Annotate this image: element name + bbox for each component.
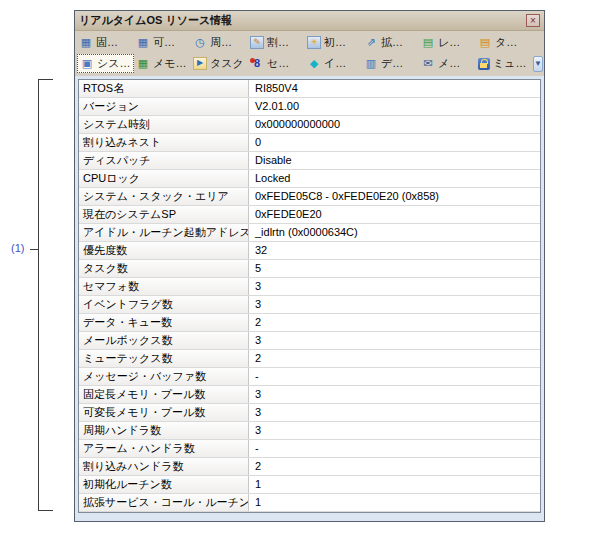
- table-row[interactable]: 初期化ルーチン数 1: [79, 476, 540, 494]
- property-label: アラーム・ハンドラ数: [79, 440, 249, 457]
- annotation-bracket: [38, 79, 53, 511]
- system-tab-button[interactable]: ▣ シス…: [77, 54, 134, 73]
- table-row[interactable]: ミューテックス数 2: [79, 350, 540, 368]
- property-value: 3: [249, 422, 540, 439]
- property-label: アイドル・ルーチン起動アドレス: [79, 224, 249, 241]
- property-value: -: [249, 440, 540, 457]
- table-row[interactable]: タスク数 5: [79, 260, 540, 278]
- property-value: 0: [249, 134, 540, 151]
- property-value: 5: [249, 260, 540, 277]
- table-row[interactable]: セマフォ数 3: [79, 278, 540, 296]
- property-value: 3: [249, 332, 540, 349]
- data-queue-icon: ▥: [364, 57, 378, 70]
- panel-titlebar[interactable]: リアルタイムOS リソース情報 ×: [75, 11, 544, 31]
- property-label: ディスパッチ: [79, 152, 249, 169]
- table-row[interactable]: メッセージ・バッファ数 -: [79, 368, 540, 386]
- button-label: デ…: [381, 56, 403, 71]
- property-label: タスク数: [79, 260, 249, 277]
- table-row[interactable]: アラーム・ハンドラ数 -: [79, 440, 540, 458]
- property-value: Disable: [249, 152, 540, 169]
- annotation-dash: [30, 249, 38, 250]
- resource-property-grid: RTOS名 RI850V4 バージョン V2.01.00 システム時刻 0x00…: [78, 79, 541, 513]
- property-value: 1: [249, 476, 540, 493]
- property-label: RTOS名: [79, 80, 249, 97]
- property-label: 優先度数: [79, 242, 249, 259]
- property-label: 拡張サービス・コール・ルーチン数: [79, 494, 249, 511]
- property-label: バージョン: [79, 98, 249, 115]
- property-label: 周期ハンドラ数: [79, 422, 249, 439]
- button-label: メモ…: [153, 56, 187, 71]
- button-label: ミュ…: [493, 56, 527, 71]
- timer-queue-button[interactable]: ▤ タ…: [476, 33, 533, 52]
- ready-queue-button[interactable]: ▤ レ…: [419, 33, 476, 52]
- property-label: 割り込みネスト: [79, 134, 249, 151]
- property-label: データ・キュー数: [79, 314, 249, 331]
- table-row[interactable]: 拡張サービス・コール・ルーチン数 1: [79, 494, 540, 512]
- button-label: 固…: [96, 35, 118, 50]
- fixed-memory-pool-icon: ▦: [79, 36, 93, 49]
- property-value: 0xFEDE05C8 - 0xFEDE0E20 (0x858): [249, 188, 540, 205]
- semaphore-tab-button[interactable]: 8 セ…: [248, 54, 305, 73]
- cyclic-handler-button[interactable]: ◷ 周…: [191, 33, 248, 52]
- table-row[interactable]: データ・キュー数 2: [79, 314, 540, 332]
- property-label: イベントフラグ数: [79, 296, 249, 313]
- task-tab-button[interactable]: ▶ タスク: [191, 54, 248, 73]
- property-label: 現在のシステムSP: [79, 206, 249, 223]
- table-row[interactable]: RTOS名 RI850V4: [79, 80, 540, 98]
- property-value: 1: [249, 494, 540, 511]
- memory-tab-button[interactable]: ▦ メモ…: [134, 54, 191, 73]
- button-label: セ…: [267, 56, 289, 71]
- button-label: 初…: [324, 35, 346, 50]
- data-queue-tab-button[interactable]: ▥ デ…: [362, 54, 419, 73]
- initialize-routine-icon: ☀: [307, 36, 321, 49]
- variable-memory-pool-button[interactable]: ▦ 可…: [134, 33, 191, 52]
- table-row[interactable]: メールボックス数 3: [79, 332, 540, 350]
- property-label: システム・スタック・エリア: [79, 188, 249, 205]
- panel-title: リアルタイムOS リソース情報: [79, 13, 232, 28]
- button-label: タ…: [495, 35, 517, 50]
- table-row[interactable]: アイドル・ルーチン起動アドレス _idlrtn (0x0000634C): [79, 224, 540, 242]
- table-row[interactable]: イベントフラグ数 3: [79, 296, 540, 314]
- mailbox-icon: ✉: [421, 57, 435, 70]
- button-label: 周…: [210, 35, 232, 50]
- mutex-tab-button[interactable]: ミュ…: [476, 54, 533, 73]
- table-row[interactable]: 固定長メモリ・プール数 3: [79, 386, 540, 404]
- property-value: 3: [249, 296, 540, 313]
- chevron-down-icon[interactable]: ▼: [533, 56, 543, 72]
- property-value: RI850V4: [249, 80, 540, 97]
- rtos-resource-panel: リアルタイムOS リソース情報 × ▦ 固… ▦ 可… ◷ 周… ✎ 割… ☀ …: [74, 10, 545, 522]
- table-row[interactable]: ディスパッチ Disable: [79, 152, 540, 170]
- table-row[interactable]: 現在のシステムSP 0xFEDE0E20: [79, 206, 540, 224]
- button-label: メ…: [438, 56, 460, 71]
- table-row[interactable]: システム時刻 0x000000000000: [79, 116, 540, 134]
- close-icon[interactable]: ×: [526, 14, 540, 27]
- task-icon: ▶: [193, 57, 207, 70]
- table-row[interactable]: バージョン V2.01.00: [79, 98, 540, 116]
- property-value: 32: [249, 242, 540, 259]
- table-row[interactable]: 可変長メモリ・プール数 3: [79, 404, 540, 422]
- event-flag-icon: ◆: [307, 57, 321, 70]
- table-row[interactable]: 優先度数 32: [79, 242, 540, 260]
- button-label: イ…: [324, 56, 346, 71]
- initialize-routine-button[interactable]: ☀ 初…: [305, 33, 362, 52]
- fixed-memory-pool-button[interactable]: ▦ 固…: [77, 33, 134, 52]
- ready-queue-icon: ▤: [421, 36, 435, 49]
- table-row[interactable]: CPUロック Locked: [79, 170, 540, 188]
- variable-memory-pool-icon: ▦: [136, 36, 150, 49]
- property-value: 2: [249, 458, 540, 475]
- extended-service-call-button[interactable]: ⇗ 拡…: [362, 33, 419, 52]
- timer-queue-icon: ▤: [478, 36, 492, 49]
- property-value: -: [249, 368, 540, 385]
- table-row[interactable]: 周期ハンドラ数 3: [79, 422, 540, 440]
- event-flag-tab-button[interactable]: ◆ イ…: [305, 54, 362, 73]
- annotation-label: (1): [11, 242, 24, 254]
- table-row[interactable]: 割り込みネスト 0: [79, 134, 540, 152]
- cyclic-handler-icon: ◷: [193, 36, 207, 49]
- extended-service-call-icon: ⇗: [364, 36, 378, 49]
- property-value: Locked: [249, 170, 540, 187]
- table-row[interactable]: 割り込みハンドラ数 2: [79, 458, 540, 476]
- mailbox-tab-button[interactable]: ✉ メ…: [419, 54, 476, 73]
- property-label: CPUロック: [79, 170, 249, 187]
- interrupt-handler-button[interactable]: ✎ 割…: [248, 33, 305, 52]
- table-row[interactable]: システム・スタック・エリア 0xFEDE05C8 - 0xFEDE0E20 (0…: [79, 188, 540, 206]
